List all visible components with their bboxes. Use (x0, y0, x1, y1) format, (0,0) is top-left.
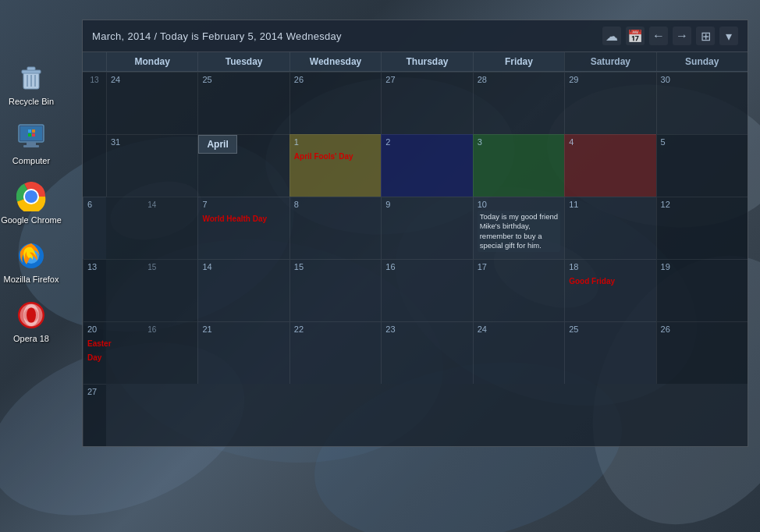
cell-apr25[interactable]: 25 (564, 321, 655, 384)
computer-label: Computer (12, 156, 50, 165)
window-button[interactable]: ⊞ (696, 27, 715, 45)
cell-feb26[interactable]: 26 (289, 72, 381, 134)
svg-rect-21 (32, 129, 35, 133)
april-fools-event: April Fools' Day (294, 152, 353, 161)
header-sunday: Sunday (656, 52, 748, 71)
header-thursday: Thursday (381, 52, 472, 71)
calendar-header: March, 2014 / Today is February 5, 2014 … (83, 20, 748, 52)
cell-apr9[interactable]: 9 (381, 197, 472, 259)
cell-mar2[interactable]: 30 (656, 72, 748, 134)
recycle-bin-image (16, 62, 47, 94)
chrome-label: Google Chrome (1, 215, 62, 225)
svg-rect-12 (27, 67, 35, 70)
computer-image (16, 122, 47, 153)
mozilla-firefox-icon[interactable]: Mozilla Firefox (4, 240, 59, 284)
cell-apr5[interactable]: 5 (656, 134, 748, 197)
cell-apr13[interactable]: 13 (83, 259, 106, 321)
menu-button[interactable]: ▾ (719, 27, 738, 45)
cell-apr12[interactable]: 12 (656, 197, 748, 259)
google-chrome-icon[interactable]: Google Chrome (1, 181, 62, 225)
cell-mar31[interactable]: 31 (106, 134, 197, 197)
week-14: 14 (106, 197, 197, 259)
cell-apr22[interactable]: 22 (289, 321, 381, 384)
cell-feb24[interactable]: 24 (106, 72, 197, 134)
cell-feb27[interactable]: 27 (381, 72, 472, 134)
cell-apr18[interactable]: 18 Good Friday (564, 259, 655, 321)
day-headers: Monday Tuesday Wednesday Thursday Friday… (83, 52, 748, 72)
svg-rect-20 (28, 129, 31, 133)
week-num-header (83, 52, 106, 71)
cloud-button[interactable]: ☁ (602, 27, 621, 45)
birthday-note: Today is my good friend Mike's birthday,… (478, 211, 560, 252)
opera-image (16, 300, 47, 331)
header-saturday: Saturday (564, 52, 655, 71)
calendar-view-button[interactable]: 📅 (626, 27, 645, 45)
cell-apr-label[interactable]: April (197, 134, 289, 197)
svg-rect-22 (28, 133, 31, 137)
desktop-icons: Recycle Bin Computer (0, 62, 62, 343)
opera-label: Opera 18 (13, 334, 49, 343)
week-15: 15 (106, 259, 197, 321)
firefox-image (16, 240, 47, 271)
cell-feb25[interactable]: 25 (197, 72, 289, 134)
calendar-title: March, 2014 / Today is February 5, 2014 … (92, 30, 342, 42)
cell-apr1[interactable]: 1 April Fools' Day (289, 134, 381, 197)
cell-apr8[interactable]: 8 (289, 197, 381, 259)
world-health-event: World Health Day (202, 215, 267, 223)
cell-apr16[interactable]: 16 (381, 259, 472, 321)
cell-apr21[interactable]: 21 (197, 321, 289, 384)
cell-apr14[interactable]: 14 (197, 259, 289, 321)
cell-apr24[interactable]: 24 (473, 321, 564, 384)
cell-apr17[interactable]: 17 (473, 259, 564, 321)
cell-feb28[interactable]: 28 (473, 72, 564, 134)
svg-point-27 (27, 193, 35, 200)
recycle-bin-icon[interactable]: Recycle Bin (9, 62, 54, 106)
header-friday: Friday (473, 52, 564, 71)
calendar-controls: ☁ 📅 ← → ⊞ ▾ (602, 27, 738, 45)
good-friday-event: Good Friday (569, 277, 615, 286)
calendar-grid: 13 24 25 26 27 28 29 30 31 April 1 April… (83, 72, 748, 446)
svg-rect-23 (32, 133, 35, 137)
week-blank (83, 134, 106, 197)
header-tuesday: Tuesday (197, 52, 289, 71)
cell-apr6[interactable]: 6 (83, 197, 106, 259)
cell-apr10[interactable]: 10 Today is my good friend Mike's birthd… (473, 197, 564, 259)
cell-apr23[interactable]: 23 (381, 321, 472, 384)
cell-apr26[interactable]: 26 (656, 321, 748, 384)
firefox-label: Mozilla Firefox (4, 275, 59, 284)
header-wednesday: Wednesday (289, 52, 381, 71)
header-monday: Monday (106, 52, 197, 71)
forward-button[interactable]: → (673, 27, 691, 45)
cell-apr7[interactable]: 7 World Health Day (197, 197, 289, 259)
cell-apr11[interactable]: 11 (564, 197, 655, 259)
chrome-image (16, 181, 47, 212)
cell-apr4[interactable]: 4 (564, 134, 655, 197)
april-month-popup: April (198, 135, 236, 154)
cell-mar1[interactable]: 29 (564, 72, 655, 134)
week-13: 13 (83, 72, 106, 134)
back-button[interactable]: ← (649, 27, 668, 45)
computer-icon[interactable]: Computer (12, 122, 50, 165)
cell-apr2[interactable]: 2 (381, 134, 472, 197)
calendar-widget: March, 2014 / Today is February 5, 2014 … (82, 20, 748, 447)
cell-apr20[interactable]: 20 Easter Day (83, 321, 106, 384)
cell-apr3[interactable]: 3 (473, 134, 564, 197)
svg-rect-19 (23, 145, 39, 147)
cell-apr15[interactable]: 15 (289, 259, 381, 321)
svg-rect-18 (27, 142, 36, 145)
recycle-bin-label: Recycle Bin (9, 97, 54, 106)
week-16: 16 (106, 321, 197, 384)
cell-apr19[interactable]: 19 (656, 259, 748, 321)
svg-rect-11 (22, 70, 41, 73)
cell-apr27[interactable]: 27 (83, 384, 106, 446)
opera-icon[interactable]: Opera 18 (13, 300, 49, 343)
